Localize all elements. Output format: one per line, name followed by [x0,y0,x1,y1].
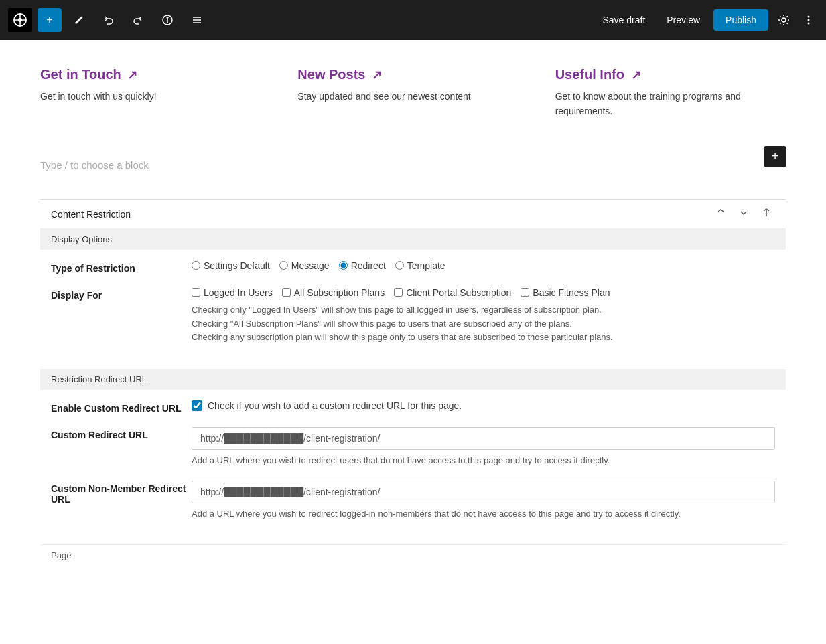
display-for-hint-1: Checking only "Logged In Users" will sho… [192,303,775,317]
type-of-restriction-control: Settings Default Message Redirect T [192,260,775,271]
enable-custom-redirect-control: Check if you wish to add a custom redire… [192,400,775,411]
checkbox-all-plans-input[interactable] [282,288,291,297]
block-chooser-row: + Type / to choose a block [40,146,786,186]
display-for-hint-2: Checking "All Subscription Plans" will s… [192,317,775,331]
checkbox-all-plans[interactable]: All Subscription Plans [282,287,385,298]
checkbox-client-portal[interactable]: Client Portal Subscription [394,287,511,298]
custom-non-member-redirect-hint: Add a URL where you wish to redirect log… [192,507,775,521]
svg-point-4 [167,17,168,19]
display-for-options: Logged In Users All Subscription Plans C… [192,287,775,298]
enable-custom-redirect-checkbox-label[interactable]: Check if you wish to add a custom redire… [192,400,775,411]
column-1-desc: Get in touch with us quickly! [40,89,271,104]
preview-button[interactable]: Preview [659,11,708,29]
custom-redirect-url-control: Add a URL where you wish to redirect use… [192,427,775,467]
column-3-desc: Get to know about the training programs … [555,89,786,119]
column-3: Useful Info ↗ Get to know about the trai… [555,67,786,119]
svg-point-10 [808,19,810,21]
radio-settings-default-input[interactable] [192,261,200,270]
custom-non-member-redirect-control: Add a URL where you wish to redirect log… [192,481,775,521]
custom-non-member-redirect-row: Custom Non-Member Redirect URL Add a URL… [51,481,775,521]
enable-custom-redirect-checkbox[interactable] [192,400,202,411]
list-view-button[interactable] [185,8,209,32]
restriction-redirect-header: Restriction Redirect URL [40,369,786,390]
column-3-arrow: ↗ [631,68,641,82]
svg-point-11 [808,23,810,25]
panel-close-button[interactable] [758,207,775,222]
panel-controls [712,207,775,222]
column-1-arrow: ↗ [127,68,137,82]
radio-settings-default[interactable]: Settings Default [192,260,270,271]
radio-message[interactable]: Message [279,260,330,271]
radio-template[interactable]: Template [395,260,445,271]
display-for-hint-3: Checking any subscription plan will show… [192,331,775,345]
info-button[interactable] [155,8,180,32]
custom-redirect-url-row: Custom Redirect URL Add a URL where you … [51,427,775,467]
custom-redirect-url-label: Custom Redirect URL [51,427,192,440]
enable-custom-redirect-row: Enable Custom Redirect URL Check if you … [51,400,775,414]
column-2-title: New Posts ↗ [297,67,528,82]
column-1-title: Get in Touch ↗ [40,67,271,82]
display-options-header: Display Options [40,229,786,250]
column-1: Get in Touch ↗ Get in touch with us quic… [40,67,271,119]
panel-header: Content Restriction [40,200,786,229]
type-of-restriction-row: Type of Restriction Settings Default Mes… [51,260,775,274]
custom-redirect-url-hint: Add a URL where you wish to redirect use… [192,454,775,467]
add-block-fab[interactable]: + [764,146,786,167]
enable-custom-redirect-label: Enable Custom Redirect URL [51,400,192,414]
radio-template-input[interactable] [395,261,404,270]
add-block-button[interactable]: + [38,8,62,32]
checkbox-basic-fitness-input[interactable] [521,288,529,297]
column-2: New Posts ↗ Stay updated and see our new… [297,67,528,119]
svg-point-9 [808,16,810,18]
svg-point-8 [782,18,786,22]
display-for-label: Display For [51,287,192,301]
radio-message-input[interactable] [279,261,288,270]
redo-button[interactable] [126,8,150,32]
radio-redirect[interactable]: Redirect [339,260,386,271]
page-footer: Page [40,544,786,566]
panel-expand-button[interactable] [735,207,752,222]
checkbox-logged-in[interactable]: Logged In Users [192,287,273,298]
panel-title: Content Restriction [51,209,131,220]
checkbox-logged-in-input[interactable] [192,288,200,297]
restriction-redirect-section: Enable Custom Redirect URL Check if you … [40,390,786,544]
publish-button[interactable]: Publish [713,9,768,31]
main-content: Get in Touch ↗ Get in touch with us quic… [0,40,826,566]
display-for-hints: Checking only "Logged In Users" will sho… [192,303,775,345]
block-chooser[interactable]: Type / to choose a block [40,146,786,186]
display-options-section: Type of Restriction Settings Default Mes… [40,250,786,369]
type-of-restriction-options: Settings Default Message Redirect T [192,260,775,271]
column-3-title: Useful Info ↗ [555,67,786,82]
svg-point-1 [18,18,22,22]
enable-custom-redirect-text: Check if you wish to add a custom redire… [208,400,462,411]
undo-button[interactable] [96,8,121,32]
more-options-button[interactable] [799,11,818,29]
checkbox-basic-fitness[interactable]: Basic Fitness Plan [521,287,610,298]
display-for-row: Display For Logged In Users All Subscrip… [51,287,775,345]
wp-logo [8,8,32,32]
three-column-section: Get in Touch ↗ Get in touch with us quic… [40,67,786,119]
topbar-actions: Save draft Preview Publish [594,9,818,31]
settings-button[interactable] [774,10,794,30]
custom-non-member-redirect-input[interactable] [192,481,775,503]
custom-non-member-redirect-label: Custom Non-Member Redirect URL [51,481,192,505]
edit-button[interactable] [67,8,91,32]
topbar: + Save draft Preview Publish [0,0,826,40]
column-2-arrow: ↗ [372,68,382,82]
save-draft-button[interactable]: Save draft [594,11,653,29]
panel-collapse-button[interactable] [712,207,730,222]
type-of-restriction-label: Type of Restriction [51,260,192,274]
content-restriction-panel: Content Restriction Display Options Type… [40,199,786,566]
custom-redirect-url-input[interactable] [192,427,775,450]
display-for-control: Logged In Users All Subscription Plans C… [192,287,775,345]
column-2-desc: Stay updated and see our newest content [297,89,528,104]
radio-redirect-input[interactable] [339,261,348,270]
checkbox-client-portal-input[interactable] [394,288,403,297]
